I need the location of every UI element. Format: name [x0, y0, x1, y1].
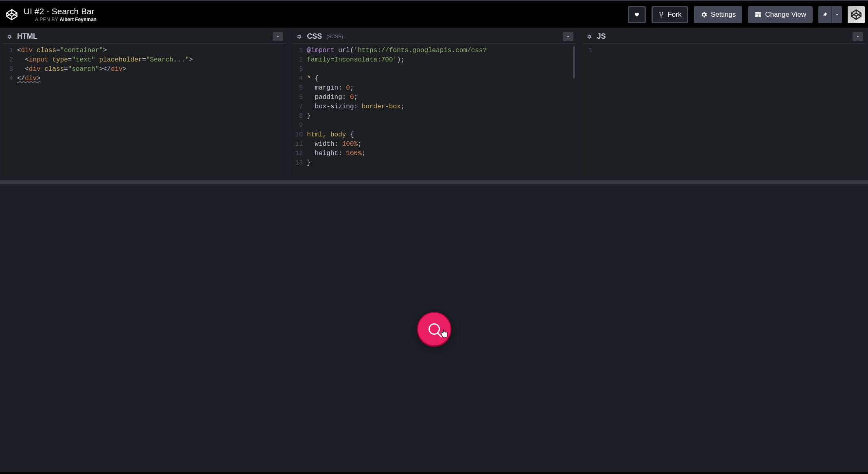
- gutter-js: 1: [582, 44, 596, 176]
- editor-pane-html: HTML 1234 <div class="container"> <input…: [2, 30, 286, 176]
- pane-header-html: HTML: [2, 30, 286, 44]
- pane-title-html: HTML: [17, 32, 37, 41]
- code-html[interactable]: <div class="container"> <input type="tex…: [16, 44, 197, 176]
- pane-title-js: JS: [597, 32, 606, 41]
- pane-settings-js[interactable]: [585, 32, 594, 41]
- scrollbar-thumb[interactable]: [573, 46, 575, 79]
- change-view-label: Change View: [765, 11, 806, 19]
- pane-dropdown-css[interactable]: [563, 32, 573, 41]
- app-header: UI #2 - Search Bar A PEN BY Albert Feynm…: [0, 1, 868, 28]
- pane-header-js: JS: [582, 30, 866, 44]
- code-body-js[interactable]: 1: [582, 44, 866, 176]
- fork-icon: [658, 11, 665, 18]
- codepen-logo[interactable]: [6, 9, 18, 21]
- fork-label: Fork: [668, 11, 682, 19]
- pane-dropdown-html[interactable]: [273, 32, 283, 41]
- chevron-down-icon: [566, 35, 570, 39]
- pin-dropdown-button[interactable]: [831, 6, 842, 23]
- editor-pane-js: JS 1: [582, 30, 866, 176]
- layout-icon: [754, 11, 762, 18]
- editor-pane-css: CSS (SCSS) 12345678910111213 @import url…: [292, 30, 575, 176]
- gear-icon: [586, 34, 592, 40]
- gear-icon: [700, 11, 708, 18]
- gear-icon: [7, 34, 12, 40]
- fork-button[interactable]: Fork: [652, 6, 688, 23]
- settings-button[interactable]: Settings: [694, 6, 742, 23]
- codepen-logo-icon: [6, 9, 18, 21]
- byline-prefix: A PEN BY: [35, 17, 60, 22]
- pane-title-css: CSS: [307, 32, 322, 41]
- pane-subtitle-css: (SCSS): [326, 34, 343, 40]
- pane-header-css: CSS (SCSS): [292, 30, 575, 44]
- editors-region: HTML 1234 <div class="container"> <input…: [0, 28, 868, 180]
- pen-meta: UI #2 - Search Bar A PEN BY Albert Feynm…: [24, 6, 96, 23]
- chevron-down-icon: [276, 35, 280, 39]
- search-icon: [429, 323, 440, 335]
- settings-label: Settings: [711, 11, 736, 19]
- bottom-bar: [0, 472, 868, 474]
- pin-combo: [818, 6, 842, 23]
- pane-dropdown-js[interactable]: [853, 32, 863, 41]
- code-body-html[interactable]: 1234 <div class="container"> <input type…: [2, 44, 286, 176]
- gutter-css: 12345678910111213: [292, 44, 306, 176]
- gutter-html: 1234: [2, 44, 16, 176]
- code-body-css[interactable]: 12345678910111213 @import url('https://f…: [292, 44, 575, 176]
- heart-button[interactable]: [628, 6, 646, 23]
- pin-button[interactable]: [818, 6, 831, 23]
- gear-icon: [296, 34, 302, 40]
- pin-icon: [822, 12, 828, 18]
- chevron-down-icon: [835, 13, 839, 17]
- user-avatar[interactable]: [848, 6, 865, 23]
- pane-settings-html[interactable]: [5, 32, 14, 41]
- pen-title: UI #2 - Search Bar: [24, 6, 96, 17]
- chevron-down-icon: [856, 35, 860, 39]
- change-view-button[interactable]: Change View: [748, 6, 813, 23]
- code-css[interactable]: @import url('https://fonts.googleapis.co…: [306, 44, 491, 176]
- editor-result-divider[interactable]: [0, 180, 868, 184]
- pane-settings-css[interactable]: [295, 32, 304, 41]
- result-preview: [0, 184, 868, 474]
- pen-byline: A PEN BY Albert Feynman: [35, 17, 96, 23]
- code-js[interactable]: [596, 44, 601, 176]
- search-button[interactable]: [417, 312, 451, 346]
- pen-author[interactable]: Albert Feynman: [60, 17, 97, 22]
- codepen-avatar-icon: [851, 9, 862, 20]
- heart-icon: [634, 11, 639, 18]
